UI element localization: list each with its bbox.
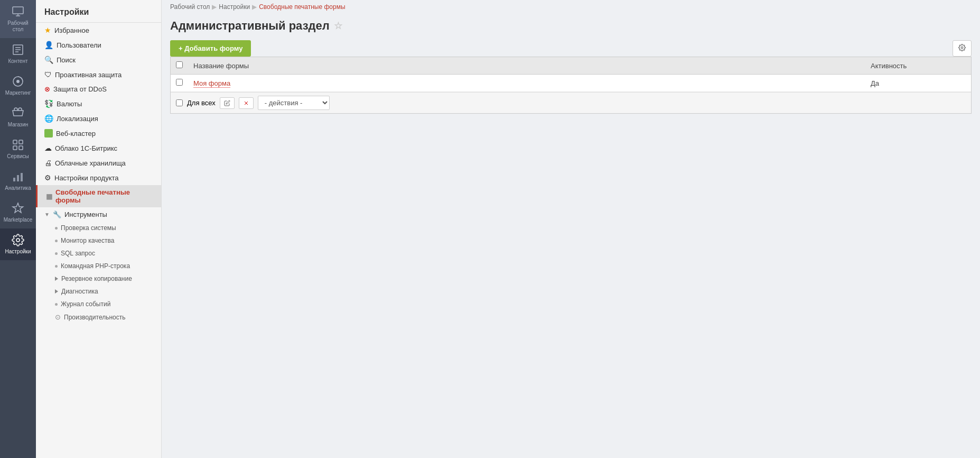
nav-item-proactive[interactable]: 🛡 Проактивная защита [36,67,161,82]
nav-item-search[interactable]: 🔍 Поиск [36,52,161,67]
nav-sub-syscheck-label: Проверка системы [61,224,116,232]
svg-rect-0 [13,7,23,14]
sidebar-item-shop[interactable]: Магазин [0,102,36,133]
svg-point-6 [16,80,20,83]
quality-dot [55,240,58,242]
nav-item-localization[interactable]: 🌐 Локализация [36,111,161,126]
nav-item-webcluster[interactable]: Веб-кластер [36,126,161,141]
svg-rect-10 [19,146,23,150]
nav-item-cloudstorage[interactable]: 🖨 Облачные хранилища [36,155,161,170]
bulk-delete-button[interactable] [239,97,254,109]
nav-sub-php-label: Командная PHP-строка [61,262,130,270]
toolbar: + Добавить форму [170,40,972,57]
bulk-actions-select[interactable]: - действия - Удалить Активировать Деакти… [258,96,330,110]
table-header-row: Название формы Активность [171,57,971,75]
ddos-icon: ⊗ [44,85,50,93]
row-checkbox[interactable] [176,79,183,86]
sidebar-icons: Рабочий стол Контент Маркетинг Магазин С… [0,0,36,458]
nav-sub-quality-label: Монитор качества [61,237,114,244]
syscheck-dot [55,227,58,230]
nav-item-cloud1c-label: Облако 1С-Битрикс [55,144,117,152]
nav-sub-backup-label: Резервное копирование [61,275,132,282]
sidebar-item-services[interactable]: Сервисы [0,133,36,165]
nav-item-productsettings[interactable]: ⚙ Настройки продукта [36,170,161,185]
nav-item-ddos[interactable]: ⊗ Защита от DDoS [36,82,161,96]
sidebar-item-marketplace[interactable]: Marketplace [0,197,36,228]
nav-section-tools[interactable]: ▼ 🔧 Инструменты [36,207,161,222]
row-checkbox-cell [171,75,188,92]
shield-icon: 🛡 [44,70,52,79]
nav-sub-backup[interactable]: Резервное копирование [36,272,161,285]
nav-item-currencies[interactable]: 💱 Валюты [36,96,161,111]
row-name-cell: Моя форма [188,75,865,92]
sql-dot [55,252,58,255]
breadcrumb-current: Свободные печатные формы [259,3,345,11]
nav-item-proactive-label: Проактивная защита [55,71,122,79]
nav-sub-syscheck[interactable]: Проверка системы [36,222,161,234]
backup-tri [55,277,58,281]
sidebar-item-analytics[interactable]: Аналитика [0,165,36,197]
nav-item-productsettings-label: Настройки продукта [54,174,119,182]
row-active-cell: Да [865,75,971,92]
sidebar-item-desktop-label: Рабочий стол [2,20,34,33]
sidebar-item-desktop[interactable]: Рабочий стол [0,0,36,38]
search-icon: 🔍 [44,56,53,64]
add-form-button[interactable]: + Добавить форму [170,40,251,57]
nav-sub-quality[interactable]: Монитор качества [36,234,161,247]
nav-sub-diag-label: Диагностика [61,288,98,295]
content-area: Административный раздел ☆ + Добавить фор… [162,14,980,458]
svg-rect-7 [13,140,17,144]
nav-item-freeforms[interactable]: ▦ Свободные печатные формы [36,185,161,207]
nav-item-cloud1c[interactable]: ☁ Облако 1С-Битрикс [36,141,161,155]
breadcrumb-sep-2: ▶ [252,3,257,11]
nav-sub-sql[interactable]: SQL запрос [36,247,161,260]
nav-item-currencies-label: Валюты [57,100,82,108]
nav-panel: Настройки ★ Избранное 👤 Пользователи 🔍 П… [36,0,162,458]
nav-panel-title: Настройки [36,0,161,23]
svg-rect-8 [19,140,23,144]
settings-gear-icon [958,44,966,51]
storage-icon: 🖨 [44,159,52,167]
page-title: Административный раздел [170,19,330,33]
main-content: Рабочий стол ▶ Настройки ▶ Свободные печ… [162,0,980,458]
sidebar-item-content[interactable]: Контент [0,38,36,70]
tools-icon: 🔧 [53,210,61,218]
nav-item-freeforms-label: Свободные печатные формы [55,188,153,204]
bulk-checkbox[interactable] [176,99,183,106]
breadcrumb-desktop[interactable]: Рабочий стол [170,3,210,11]
header-checkbox-col [171,57,188,75]
settings-button[interactable] [953,40,972,57]
gear-icon: ⚙ [44,173,51,182]
nav-item-ddos-label: Защита от DDoS [53,85,107,93]
nav-sub-events-label: Журнал событий [61,300,110,308]
svg-rect-11 [13,178,15,181]
select-all-checkbox[interactable] [176,61,183,68]
nav-sub-php[interactable]: Командная PHP-строка [36,260,161,272]
bulk-actions-row: Для всех - действия - Удалить Активирова… [171,92,971,113]
nav-item-favorites-label: Избранное [54,26,89,34]
sidebar-item-content-label: Контент [8,58,27,65]
breadcrumb-settings[interactable]: Настройки [219,3,250,11]
favorite-star-icon[interactable]: ☆ [334,20,342,32]
nav-item-localization-label: Локализация [57,115,98,123]
forms-icon: ▦ [46,193,52,200]
svg-rect-9 [13,146,17,150]
sidebar-item-settings[interactable]: Настройки [0,228,36,260]
bulk-edit-button[interactable] [220,97,235,109]
nav-sub-events[interactable]: Журнал событий [36,298,161,310]
header-name-col: Название формы [188,57,865,75]
nav-item-favorites[interactable]: ★ Избранное [36,23,161,38]
cloud-icon: ☁ [44,144,52,152]
currency-icon: 💱 [44,99,53,108]
breadcrumb: Рабочий стол ▶ Настройки ▶ Свободные печ… [162,0,980,14]
svg-point-14 [16,239,20,242]
nav-sub-diag[interactable]: Диагностика [36,285,161,298]
nav-sub-perf[interactable]: ⊙ Производительность [36,310,161,324]
tools-collapse-icon: ▼ [44,212,50,217]
form-name-link[interactable]: Моя форма [193,79,230,88]
sidebar-item-marketing[interactable]: Маркетинг [0,70,36,102]
data-table: Название формы Активность Моя форма Да [171,57,971,92]
nav-item-users[interactable]: 👤 Пользователи [36,38,161,52]
nav-item-webcluster-label: Веб-кластер [56,130,96,138]
bulk-for-all-label: Для всех [187,99,216,107]
